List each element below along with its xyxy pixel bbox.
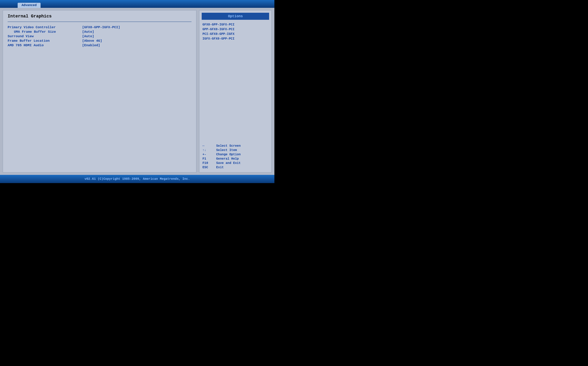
key-symbol-f1: F1 <box>203 157 216 160</box>
right-panel: Options GFX0-GPP-IGFX-PCI GPP-GFX0-IGFX-… <box>199 10 272 173</box>
key-desc-save-exit: Save and Exit <box>216 161 241 165</box>
option-item-2[interactable]: PCI-GFX0-GPP-IGFX <box>203 32 268 36</box>
key-symbol-esc: ESC <box>203 166 216 169</box>
key-desc-change-option: Change Option <box>216 153 241 156</box>
setting-label-frame-buffer-location: Frame Buffer Location <box>8 39 82 43</box>
setting-value-amd-hdmi: [Enabled] <box>82 44 100 47</box>
copyright-text: v02.61 (C)Copyright 1985-2009, American … <box>85 177 190 181</box>
key-desc-select-screen: Select Screen <box>216 144 241 148</box>
options-header: Options <box>202 13 269 20</box>
key-row-3: F1 General Help <box>203 157 268 160</box>
setting-value-frame-buffer-location: [Above 4G] <box>82 39 102 43</box>
panel-title: Internal Graphics <box>8 14 191 19</box>
left-panel: Internal Graphics Primary Video Controll… <box>3 10 196 173</box>
key-desc-general-help: General Help <box>216 157 239 160</box>
setting-label-primary-video: Primary Video Controller <box>8 25 82 29</box>
settings-list: Primary Video Controller [GFX0-GPP-IGFX-… <box>8 25 191 47</box>
key-bindings: ↔ Select Screen ↑↓ Select Item +- Change… <box>199 141 271 172</box>
setting-value-uma: [Auto] <box>82 30 94 34</box>
key-symbol-plusminus: +- <box>203 153 216 156</box>
setting-value-primary-video: [GFX0-GPP-IGFX-PCI] <box>82 25 120 29</box>
main-content: Internal Graphics Primary Video Controll… <box>0 8 274 175</box>
option-item-0[interactable]: GFX0-GPP-IGFX-PCI <box>203 23 268 26</box>
setting-row-uma[interactable]: UMA Frame Buffer Size [Auto] <box>8 30 191 34</box>
setting-row-frame-buffer-location[interactable]: Frame Buffer Location [Above 4G] <box>8 39 191 43</box>
key-symbol-updown: ↑↓ <box>203 148 216 152</box>
key-symbol-arrows: ↔ <box>203 144 216 148</box>
option-item-3[interactable]: IGFX-GFX0-GPP-PCI <box>203 37 268 40</box>
setting-row-surround-view[interactable]: Surround View [Auto] <box>8 34 191 38</box>
option-item-1[interactable]: GPP-GFX0-IGFX-PCI <box>203 28 268 31</box>
key-desc-select-item: Select Item <box>216 148 237 152</box>
key-row-1: ↑↓ Select Item <box>203 148 268 152</box>
setting-row-amd-hdmi[interactable]: AMD 785 HDMI Audio [Enabled] <box>8 44 191 47</box>
key-symbol-f10: F10 <box>203 161 216 165</box>
key-row-0: ↔ Select Screen <box>203 144 268 148</box>
options-list: GFX0-GPP-IGFX-PCI GPP-GFX0-IGFX-PCI PCI-… <box>199 23 271 40</box>
divider <box>8 22 191 22</box>
bottom-bar: v02.61 (C)Copyright 1985-2009, American … <box>0 175 274 183</box>
setting-value-surround-view: [Auto] <box>82 34 94 38</box>
key-row-4: F10 Save and Exit <box>203 161 268 165</box>
setting-label-amd-hdmi: AMD 785 HDMI Audio <box>8 44 82 47</box>
key-desc-exit: Exit <box>216 166 224 169</box>
content-area: Internal Graphics Primary Video Controll… <box>0 8 274 175</box>
key-row-5: ESC Exit <box>203 166 268 169</box>
setting-row-primary-video[interactable]: Primary Video Controller [GFX0-GPP-IGFX-… <box>8 25 191 29</box>
key-row-2: +- Change Option <box>203 153 268 156</box>
advanced-tab[interactable]: Advanced <box>18 3 40 8</box>
setting-label-surround-view: Surround View <box>8 34 82 38</box>
setting-label-uma: UMA Frame Buffer Size <box>8 30 82 34</box>
top-bar: Advanced <box>0 0 274 8</box>
